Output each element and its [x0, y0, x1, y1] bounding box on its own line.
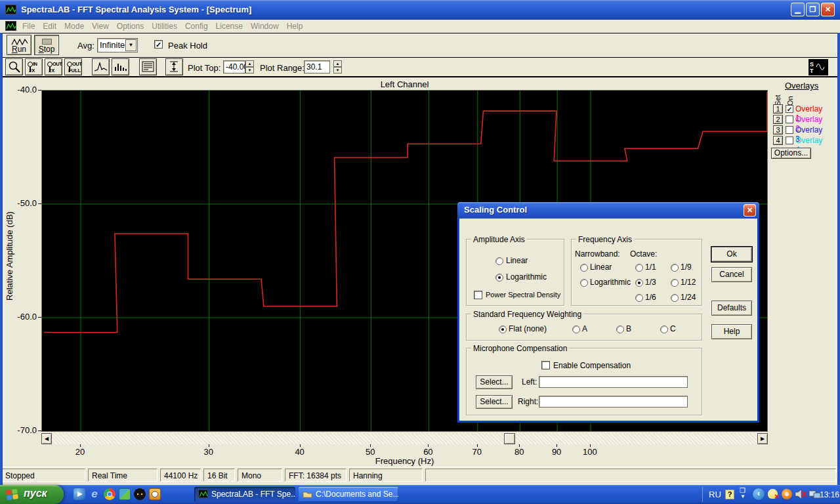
- avg-dropdown-arrow-icon[interactable]: ▼: [125, 39, 136, 51]
- menu-item-window[interactable]: Window: [247, 20, 283, 33]
- run-button[interactable]: Run: [7, 35, 32, 55]
- defaults-button[interactable]: Defaults: [711, 301, 752, 316]
- windows-logo-icon: [5, 488, 20, 501]
- bars-view-button[interactable]: [112, 58, 129, 75]
- ok-button[interactable]: Ok: [711, 247, 752, 262]
- spectrogram-view-button[interactable]: [139, 58, 157, 75]
- radio-narrowband-linear[interactable]: [580, 264, 588, 272]
- right-input[interactable]: [539, 396, 688, 408]
- hide-icons-icon[interactable]: ‹: [753, 488, 765, 500]
- language-indicator[interactable]: RU: [709, 490, 721, 499]
- menu-item-help[interactable]: Help: [283, 20, 307, 33]
- radio-octave-1-12[interactable]: [671, 279, 679, 287]
- spectrum-view-button[interactable]: [92, 58, 110, 75]
- speaker-muted-icon[interactable]: [795, 489, 808, 502]
- magnifier-icon: [8, 60, 21, 74]
- overlay-set-button-3[interactable]: 3: [773, 125, 783, 135]
- radio-narrowband-logarithmic[interactable]: [580, 279, 588, 287]
- browser-icon[interactable]: [104, 488, 116, 500]
- radio-weighting-b[interactable]: [616, 326, 624, 333]
- minimize-button[interactable]: ▁: [791, 3, 805, 16]
- overlay-set-button-1[interactable]: 1: [773, 104, 783, 114]
- task-button-explorer[interactable]: C:\Documents and Se...: [299, 487, 398, 502]
- overlay-set-button-4[interactable]: 4: [773, 136, 783, 145]
- cancel-button[interactable]: Cancel: [711, 267, 752, 282]
- radio-octave-1-9-label: 1/9: [681, 262, 692, 272]
- zoom-in-2x-button[interactable]: IN2X: [25, 58, 43, 75]
- reminder-bulb-icon[interactable]: ✕: [768, 489, 778, 499]
- signal-generator-button[interactable]: ST: [808, 59, 828, 75]
- zoom-button[interactable]: [5, 58, 23, 75]
- overlay-on-checkbox-2[interactable]: [786, 116, 793, 123]
- stop-button[interactable]: Stop: [34, 35, 59, 55]
- menu-item-utilities[interactable]: Utilities: [148, 20, 181, 33]
- psd-checkbox[interactable]: [474, 291, 482, 299]
- maximize-button[interactable]: ❐: [806, 3, 820, 16]
- avg-combobox[interactable]: Infinite ▼: [97, 38, 138, 52]
- scroll-right-arrow-icon[interactable]: ▶: [757, 433, 768, 444]
- menu-item-mode[interactable]: Mode: [60, 20, 88, 33]
- radio-octave-1-24[interactable]: [671, 294, 679, 302]
- overlay-on-checkbox-3[interactable]: [786, 126, 793, 134]
- ie-icon[interactable]: e: [89, 488, 100, 500]
- radio-octave-1-9[interactable]: [671, 264, 679, 272]
- peak-hold-checkbox[interactable]: ✓: [154, 40, 163, 49]
- help-badge-icon[interactable]: ?: [725, 490, 734, 499]
- spin-down-icon[interactable]: ▼: [333, 67, 342, 74]
- amplitude-scale-button[interactable]: [165, 58, 183, 75]
- radio-weighting-flatnone[interactable]: [499, 326, 507, 333]
- start-label: пуск: [24, 488, 47, 499]
- zoom-out-2x-button[interactable]: OUT2X: [45, 58, 62, 75]
- overlay-on-checkbox-4[interactable]: [786, 136, 793, 144]
- clock-icon[interactable]: [149, 488, 161, 500]
- update-icon[interactable]: [782, 489, 792, 499]
- overlay-set-button-2[interactable]: 2: [773, 115, 783, 124]
- radio-weighting-a[interactable]: [572, 326, 580, 333]
- menu-item-license[interactable]: License: [212, 20, 247, 33]
- menu-item-options[interactable]: Options: [113, 20, 148, 33]
- plot-range-field[interactable]: 30.1: [304, 60, 330, 74]
- dialog-close-button[interactable]: ✕: [744, 204, 756, 217]
- ibeam-arrows-icon: [168, 60, 181, 74]
- radio-octave-1-1[interactable]: [635, 264, 643, 272]
- plot-top-spinner[interactable]: ▲▼: [245, 60, 254, 74]
- scroll-thumb[interactable]: [504, 433, 515, 444]
- radio-octave-1-3[interactable]: [635, 279, 643, 287]
- x-tick-label: 90: [545, 447, 568, 457]
- chevron-down-icon[interactable]: ▼: [740, 494, 746, 499]
- spin-up-icon[interactable]: ▲: [333, 60, 342, 67]
- menu-item-view[interactable]: View: [88, 20, 113, 33]
- radio-linear-amplitude[interactable]: [495, 257, 503, 265]
- overlay-on-checkbox-1[interactable]: ✓: [786, 105, 793, 113]
- amplitude-axis-label: Amplitude Axis: [471, 235, 527, 244]
- menu-item-edit[interactable]: Edit: [39, 20, 60, 33]
- scroll-left-arrow-icon[interactable]: ◀: [41, 433, 52, 444]
- media-player-icon[interactable]: [74, 488, 85, 500]
- menu-item-file[interactable]: File: [18, 20, 39, 33]
- help-button[interactable]: Help: [711, 324, 752, 339]
- radio-octave-1-6[interactable]: [635, 294, 643, 302]
- radio-logarithmic-amplitude[interactable]: [495, 274, 503, 282]
- left-input[interactable]: [539, 376, 688, 388]
- zoom-out-full-button[interactable]: OUTFULL: [64, 58, 82, 75]
- y-tick-label: -50.0: [9, 198, 37, 208]
- radio-weighting-c[interactable]: [660, 326, 668, 333]
- picture-icon[interactable]: [119, 488, 131, 500]
- spin-up-icon[interactable]: ▲: [245, 60, 254, 67]
- plot-top-field[interactable]: -40.00: [223, 60, 245, 74]
- task-button-spectralab[interactable]: SpectraLAB - FFT Spe...: [194, 487, 295, 502]
- enable-compensation-checkbox[interactable]: [541, 361, 550, 369]
- overlays-options-button[interactable]: Options...: [771, 148, 811, 159]
- select-left-button[interactable]: Select...: [476, 375, 513, 389]
- plot-range-spinner[interactable]: ▲▼: [333, 60, 342, 74]
- start-button[interactable]: пуск: [0, 485, 64, 504]
- x-tick-label: 60: [416, 447, 440, 457]
- radio-octave-1-6-label: 1/6: [645, 293, 656, 302]
- close-button[interactable]: ✕: [821, 3, 835, 16]
- wolf-icon[interactable]: [134, 488, 146, 500]
- plot-h-scrollbar[interactable]: ◀ ▶: [41, 433, 768, 444]
- menu-item-config[interactable]: Config: [181, 20, 212, 33]
- dialog-title-bar[interactable]: Scaling Control ✕: [457, 202, 759, 219]
- spin-down-icon[interactable]: ▼: [245, 67, 254, 74]
- select-right-button[interactable]: Select...: [476, 395, 513, 409]
